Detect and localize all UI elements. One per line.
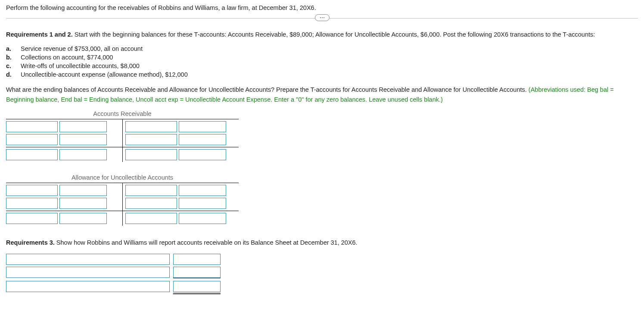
question-paragraph: What are the ending balances of Accounts… [6, 85, 638, 104]
bs-line1-label[interactable] [6, 254, 170, 265]
allow-credit-label-1[interactable] [125, 185, 177, 196]
allow-credit-label-2[interactable] [125, 198, 177, 209]
ar-debit-label-1[interactable] [6, 121, 58, 132]
bs-line2-amount[interactable] [173, 267, 221, 278]
requirements-1-2-lead: Requirements 1 and 2. Start with the beg… [6, 30, 638, 39]
allow-debit-end-amount[interactable] [59, 213, 107, 224]
bs-line3-label[interactable] [6, 281, 170, 292]
list-item-letter: a. [6, 45, 21, 52]
t-account-allowance-title: Allowance for Uncollectible Accounts [6, 174, 239, 181]
ar-credit-label-2[interactable] [125, 134, 177, 145]
list-item: a. Service revenue of $753,000, all on a… [6, 45, 638, 52]
requirement-3-lead: Requirements 3. Show how Robbins and Wil… [6, 238, 638, 247]
allow-credit-amount-2[interactable] [179, 198, 226, 209]
allow-debit-end-label[interactable] [6, 213, 58, 224]
bs-line1-amount[interactable] [173, 254, 221, 265]
bs-subtotal-underline [173, 278, 221, 278]
list-item: b. Collections on account, $774,000 [6, 54, 638, 61]
balance-sheet-inputs [6, 254, 638, 294]
requirements-1-2-label: Requirements 1 and 2. [6, 31, 73, 38]
t-account-allowance: Allowance for Uncollectible Accounts [6, 174, 638, 226]
question-text: What are the ending balances of Accounts… [6, 86, 529, 93]
ar-credit-end-label[interactable] [125, 149, 177, 160]
problem-prompt: Perform the following accounting for the… [6, 3, 638, 13]
transaction-list: a. Service revenue of $753,000, all on a… [6, 45, 638, 78]
list-item-text: Collections on account, $774,000 [21, 54, 113, 61]
allow-debit-label-2[interactable] [6, 198, 58, 209]
list-item-text: Uncollectible-account expense (allowance… [21, 71, 188, 78]
more-toggle-icon[interactable] [315, 14, 330, 21]
list-item-letter: d. [6, 71, 21, 78]
list-item-letter: b. [6, 54, 21, 61]
list-item-text: Write-offs of uncollectible accounts, $8… [21, 62, 140, 69]
allow-debit-amount-1[interactable] [59, 185, 107, 196]
list-item: c. Write-offs of uncollectible accounts,… [6, 62, 638, 69]
requirement-3-label: Requirements 3. [6, 239, 55, 246]
allow-debit-amount-2[interactable] [59, 198, 107, 209]
allow-debit-label-1[interactable] [6, 185, 58, 196]
allow-credit-end-amount[interactable] [179, 213, 226, 224]
allow-credit-amount-1[interactable] [179, 185, 226, 196]
ar-credit-label-1[interactable] [125, 121, 177, 132]
list-item-text: Service revenue of $753,000, all on acco… [21, 45, 143, 52]
ar-debit-label-2[interactable] [6, 134, 58, 145]
requirement-3-text: Show how Robbins and Williams will repor… [55, 239, 358, 246]
ar-credit-amount-1[interactable] [179, 121, 226, 132]
bs-line2-label[interactable] [6, 267, 170, 278]
list-item: d. Uncollectible-account expense (allowa… [6, 71, 638, 78]
bs-total-double-underline [173, 293, 221, 294]
list-item-letter: c. [6, 62, 21, 69]
ar-debit-end-label[interactable] [6, 149, 58, 160]
t-account-ar-title: Accounts Receivable [6, 110, 239, 117]
bs-line3-amount[interactable] [173, 281, 221, 292]
ar-debit-end-amount[interactable] [59, 149, 107, 160]
ar-credit-amount-2[interactable] [179, 134, 226, 145]
allow-credit-end-label[interactable] [125, 213, 177, 224]
ar-debit-amount-1[interactable] [59, 121, 107, 132]
ar-credit-end-amount[interactable] [179, 149, 226, 160]
requirements-1-2-text: Start with the beginning balances for th… [73, 31, 595, 38]
ar-debit-amount-2[interactable] [59, 134, 107, 145]
t-account-ar: Accounts Receivable [6, 110, 638, 162]
